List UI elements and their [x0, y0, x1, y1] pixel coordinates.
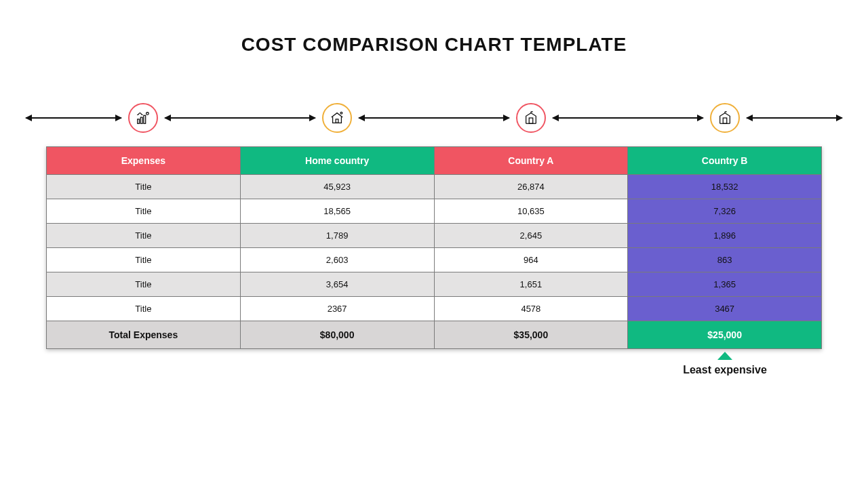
- total-a: $35,000: [434, 321, 628, 349]
- cell-b: 1,896: [628, 224, 822, 248]
- cell-a: 26,874: [434, 175, 628, 199]
- cell-a: 2,645: [434, 224, 628, 248]
- cell-b: 18,532: [628, 175, 822, 199]
- cell-home: 18,565: [240, 199, 434, 224]
- cell-a: 10,635: [434, 199, 628, 224]
- svg-rect-6: [529, 118, 533, 123]
- table-row: Title 1,789 2,645 1,896: [47, 224, 822, 248]
- svg-rect-7: [723, 118, 727, 123]
- row-label: Title: [47, 175, 241, 199]
- finance-growth-icon: [128, 103, 158, 133]
- cell-b: 863: [628, 248, 822, 272]
- col-header-expenses: Expenses: [47, 147, 241, 175]
- svg-rect-2: [144, 115, 146, 123]
- cell-home: 1,789: [240, 224, 434, 248]
- col-header-b: Country B: [628, 147, 822, 175]
- svg-rect-1: [140, 117, 142, 123]
- table-header-row: Expenses Home country Country A Country …: [47, 147, 822, 175]
- cell-a: 1,651: [434, 272, 628, 297]
- arrow-1-2: [359, 117, 509, 119]
- table-row: Title 2367 4578 3467: [47, 297, 822, 321]
- building-icon: [516, 103, 546, 133]
- svg-point-5: [340, 112, 342, 114]
- page-title: COST COMPARISON CHART TEMPLATE: [0, 34, 868, 56]
- least-expensive-callout: Least expensive: [628, 349, 822, 376]
- arrow-0-1: [165, 117, 315, 119]
- svg-rect-0: [138, 119, 140, 123]
- triangle-up-icon: [717, 352, 732, 360]
- cell-home: 2367: [240, 297, 434, 321]
- cell-home: 45,923: [240, 175, 434, 199]
- row-label: Title: [47, 224, 241, 248]
- cell-a: 4578: [434, 297, 628, 321]
- total-b: $25,000: [628, 321, 822, 349]
- table-row: Title 45,923 26,874 18,532: [47, 175, 822, 199]
- row-label: Title: [47, 199, 241, 224]
- arrow-left-edge: [26, 117, 121, 119]
- cell-b: 7,326: [628, 199, 822, 224]
- row-label: Title: [47, 272, 241, 297]
- comparison-table: Expenses Home country Country A Country …: [46, 146, 822, 349]
- cell-home: 2,603: [240, 248, 434, 272]
- building-icon: [710, 103, 740, 133]
- column-icon-row: [46, 103, 822, 146]
- cell-home: 3,654: [240, 272, 434, 297]
- total-label: Total Expenses: [47, 321, 241, 349]
- arrow-2-3: [553, 117, 703, 119]
- row-label: Title: [47, 248, 241, 272]
- col-header-a: Country A: [434, 147, 628, 175]
- table-row: Title 2,603 964 863: [47, 248, 822, 272]
- svg-rect-4: [336, 119, 338, 123]
- cell-b: 3467: [628, 297, 822, 321]
- row-label: Title: [47, 297, 241, 321]
- chart-container: Expenses Home country Country A Country …: [46, 103, 822, 349]
- col-header-home: Home country: [240, 147, 434, 175]
- slide: COST COMPARISON CHART TEMPLATE: [0, 0, 868, 488]
- callout-label: Least expensive: [628, 364, 822, 376]
- cell-a: 964: [434, 248, 628, 272]
- table-total-row: Total Expenses $80,000 $35,000 $25,000: [47, 321, 822, 349]
- table-row: Title 18,565 10,635 7,326: [47, 199, 822, 224]
- house-icon: [322, 103, 352, 133]
- table-row: Title 3,654 1,651 1,365: [47, 272, 822, 297]
- svg-point-3: [146, 113, 149, 115]
- arrow-right-edge: [747, 117, 842, 119]
- cell-b: 1,365: [628, 272, 822, 297]
- total-home: $80,000: [240, 321, 434, 349]
